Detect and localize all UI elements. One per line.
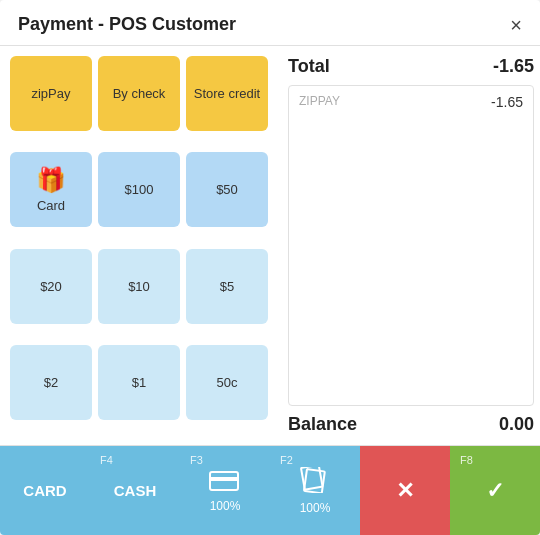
payment-modal: Payment - POS Customer × zipPay By check… (0, 0, 540, 535)
bycheck-label: By check (113, 86, 166, 101)
balance-value: 0.00 (499, 414, 534, 435)
modal-header: Payment - POS Customer × (0, 0, 540, 46)
f2-fkey: F2 (280, 454, 293, 466)
footer-f2-button[interactable]: F2 100% (270, 446, 360, 535)
20-button[interactable]: $20 (10, 249, 92, 324)
50-label: $50 (216, 182, 238, 197)
modal-body: zipPay By check Store credit 🎁 Card $100… (0, 46, 540, 445)
transaction-list: ZIPPAY -1.65 (288, 85, 534, 406)
close-button[interactable]: × (510, 15, 522, 35)
2-button[interactable]: $2 (10, 345, 92, 420)
footer-f3-button[interactable]: F3 100% (180, 446, 270, 535)
50c-label: 50c (217, 375, 238, 390)
footer-cancel-button[interactable]: ✕ (360, 446, 450, 535)
f3-sublabel: 100% (210, 499, 241, 513)
confirm-icon: ✓ (486, 478, 504, 504)
2-label: $2 (44, 375, 58, 390)
20-label: $20 (40, 279, 62, 294)
card-swipe-icon (209, 469, 241, 497)
1-button[interactable]: $1 (98, 345, 180, 420)
confirm-fkey: F8 (460, 454, 473, 466)
balance-row: Balance 0.00 (288, 414, 534, 435)
storecredit-button[interactable]: Store credit (186, 56, 268, 131)
50-button[interactable]: $50 (186, 152, 268, 227)
100-label: $100 (125, 182, 154, 197)
card-label: Card (37, 198, 65, 213)
gift-icon: 🎁 (36, 166, 66, 194)
receipt-icon (299, 467, 331, 499)
5-button[interactable]: $5 (186, 249, 268, 324)
100-button[interactable]: $100 (98, 152, 180, 227)
5-label: $5 (220, 279, 234, 294)
transaction-name: ZIPPAY (299, 94, 340, 110)
zippay-label: zipPay (31, 86, 70, 101)
10-label: $10 (128, 279, 150, 294)
cancel-icon: ✕ (396, 478, 414, 504)
footer-card-label: CARD (23, 482, 66, 499)
total-label: Total (288, 56, 330, 77)
cash-fkey: F4 (100, 454, 113, 466)
50c-button[interactable]: 50c (186, 345, 268, 420)
transaction-item: ZIPPAY -1.65 (289, 86, 533, 118)
total-value: -1.65 (493, 56, 534, 77)
summary-panel: Total -1.65 ZIPPAY -1.65 Balance 0.00 (278, 46, 540, 445)
f2-sublabel: 100% (300, 501, 331, 515)
modal-footer: CARD F4 CASH F3 100% F2 10 (0, 445, 540, 535)
modal-title: Payment - POS Customer (18, 14, 236, 35)
footer-cash-button[interactable]: F4 CASH (90, 446, 180, 535)
card-button[interactable]: 🎁 Card (10, 152, 92, 227)
10-button[interactable]: $10 (98, 249, 180, 324)
payment-buttons-panel: zipPay By check Store credit 🎁 Card $100… (0, 46, 278, 445)
total-row: Total -1.65 (288, 56, 534, 77)
zippay-button[interactable]: zipPay (10, 56, 92, 131)
footer-cash-label: CASH (114, 482, 157, 499)
balance-label: Balance (288, 414, 357, 435)
storecredit-label: Store credit (194, 86, 260, 101)
footer-confirm-button[interactable]: F8 ✓ (450, 446, 540, 535)
transaction-amount: -1.65 (491, 94, 523, 110)
1-label: $1 (132, 375, 146, 390)
bycheck-button[interactable]: By check (98, 56, 180, 131)
f3-fkey: F3 (190, 454, 203, 466)
footer-card-button[interactable]: CARD (0, 446, 90, 535)
svg-rect-1 (210, 477, 238, 481)
